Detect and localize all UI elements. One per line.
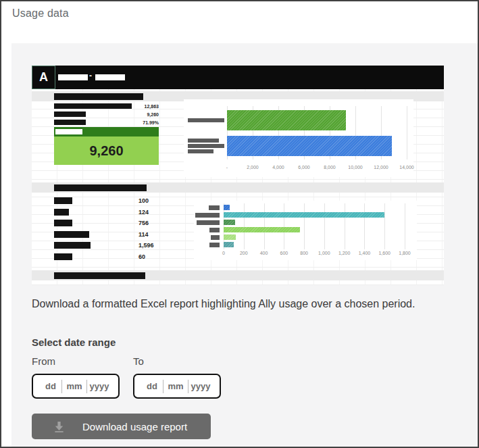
year-segment[interactable]: yyyy <box>188 381 213 391</box>
axis-tick-label: 400 <box>260 251 268 255</box>
page-title: Usage data <box>12 7 69 20</box>
axis-tick-label: 1,000 <box>318 251 330 255</box>
chart-row <box>194 234 417 240</box>
chart-row <box>184 136 413 156</box>
report-preview-image: - A 12,8639,26071.99% 9,260 100124756114… <box>32 66 444 285</box>
axis-tick-label: 200 <box>240 251 248 255</box>
cell-value: 100 <box>138 197 149 204</box>
bar <box>227 136 392 156</box>
section-header-row <box>32 270 444 280</box>
redacted-label-bar <box>197 220 220 225</box>
bar <box>227 110 346 130</box>
chart-x-axis: -2,0004,0006,0008,00010,00012,00014,000 <box>227 165 407 172</box>
cell-value: 60 <box>138 253 145 260</box>
axis-tick-label: 2,000 <box>247 165 259 170</box>
redacted-title-bar <box>95 74 125 80</box>
chart-row <box>194 227 417 232</box>
axis-tick-label: 0 <box>222 251 225 255</box>
axis-tick-label: 4,000 <box>272 165 284 170</box>
redacted-label-bar <box>209 228 220 232</box>
bar-track <box>224 234 405 240</box>
category-label-redacted <box>184 110 227 130</box>
detail-table: 1001247561141,59660 <box>54 197 159 260</box>
axis-tick-label: 1,800 <box>399 251 411 255</box>
axis-tick-label: 1,400 <box>359 251 371 255</box>
bar <box>224 227 300 232</box>
redacted-label-bar <box>211 235 220 240</box>
redacted-label-bar <box>54 220 72 226</box>
axis-tick-label: 600 <box>280 251 288 255</box>
title-separator: - <box>89 71 92 80</box>
cell-value: 756 <box>138 220 149 226</box>
category-label-redacted <box>194 234 224 240</box>
highlight-value: 9,260 <box>89 143 123 159</box>
summary-row: 71.99% <box>54 118 159 126</box>
bar <box>224 242 234 247</box>
download-button-label: Download usage report <box>82 421 187 432</box>
axis-tick-label: 800 <box>300 251 308 255</box>
table-row: 100 <box>54 197 159 204</box>
download-icon <box>53 421 65 432</box>
redacted-label-bar <box>54 253 72 260</box>
from-date-input[interactable]: dd mm yyyy <box>32 374 120 399</box>
summary-value: 71.99% <box>143 120 159 125</box>
day-segment[interactable]: dd <box>141 381 163 391</box>
category-label-redacted <box>184 136 227 156</box>
redacted-label-bar <box>54 120 86 125</box>
ally-logo-letter: A <box>39 70 48 84</box>
redacted-label-bar <box>195 213 220 218</box>
redacted-label-bar <box>188 139 219 143</box>
category-label-redacted <box>194 212 224 218</box>
chart-x-axis: 02004006008001,0001,2001,4001,6001,800 <box>224 251 405 257</box>
redacted-section-title <box>54 93 143 100</box>
chart-row <box>194 220 417 225</box>
year-segment[interactable]: yyyy <box>87 381 111 391</box>
day-segment[interactable]: dd <box>40 381 61 391</box>
month-segment[interactable]: mm <box>62 381 86 391</box>
bar <box>224 234 236 240</box>
cell-value: 1,596 <box>138 242 154 249</box>
bar-track <box>224 212 405 218</box>
category-label-redacted <box>194 205 224 210</box>
redacted-label-bar <box>209 243 220 247</box>
usage-data-panel: - A 12,8639,26071.99% 9,260 100124756114… <box>11 43 478 447</box>
cell-value: 114 <box>138 231 149 238</box>
bar-track <box>224 205 405 210</box>
table-row: 756 <box>54 220 159 226</box>
chart-row <box>194 212 417 218</box>
axis-tick-label: - <box>226 165 228 170</box>
from-label: From <box>32 355 55 367</box>
category-label-redacted <box>194 242 224 247</box>
redacted-label-bar <box>54 209 69 216</box>
summary-row: 12,863 <box>54 102 159 110</box>
month-segment[interactable]: mm <box>163 381 188 391</box>
axis-tick-label: 6,000 <box>298 165 310 170</box>
download-usage-report-button[interactable]: Download usage report <box>32 414 211 439</box>
bar <box>224 205 230 210</box>
chart-row <box>194 242 417 247</box>
report-header-bar: - <box>32 66 444 89</box>
chart-row <box>194 205 417 210</box>
bar-track <box>227 110 407 130</box>
redacted-title-bar <box>58 74 88 80</box>
axis-tick-label: 8,000 <box>324 165 336 170</box>
section-header-row <box>32 182 444 193</box>
redacted-label-bar <box>54 242 91 249</box>
chart-bars <box>194 205 417 249</box>
redacted-label-bar <box>54 111 86 117</box>
redacted-label-bar <box>188 118 224 122</box>
highlight-cell-header <box>54 127 159 136</box>
bar-track <box>224 242 405 247</box>
table-row: 124 <box>54 209 159 216</box>
bar-track <box>227 136 407 156</box>
date-range-heading: Select date range <box>32 337 116 348</box>
usage-bar-chart-bottom: 02004006008001,0001,2001,4001,6001,800 <box>194 201 417 260</box>
redacted-label-bar <box>54 231 89 238</box>
to-date-input[interactable]: dd mm yyyy <box>133 374 221 399</box>
table-row: 60 <box>54 253 159 260</box>
redacted-section-title <box>54 184 147 191</box>
redacted-section-title <box>54 272 145 279</box>
axis-tick-label: 1,200 <box>338 251 351 255</box>
bar-track <box>224 227 405 232</box>
axis-tick-label: 10,000 <box>348 165 362 170</box>
